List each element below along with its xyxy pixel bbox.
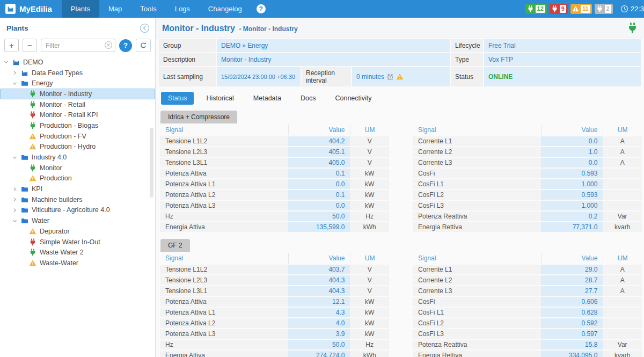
add-plant-button[interactable]: + — [4, 39, 19, 52]
tree-item-simple-water-in-out[interactable]: Simple Water In-Out — [0, 237, 155, 247]
signal-value: 0.0 — [541, 158, 603, 167]
signal-value: 405.1 — [288, 147, 350, 157]
column-header-um[interactable]: UM — [603, 125, 642, 135]
column-header-value[interactable]: Value — [288, 253, 350, 264]
nav-item-tools[interactable]: Tools — [131, 0, 165, 18]
filter-help-button[interactable]: ? — [119, 39, 132, 52]
status-badge: ONLINE — [484, 67, 641, 86]
column-header-value[interactable]: Value — [288, 125, 350, 135]
column-header-um[interactable]: UM — [350, 253, 389, 264]
tab-connectivity[interactable]: Connectivity — [328, 92, 378, 105]
tree-item-depurator[interactable]: Depurator — [0, 226, 155, 237]
tree-item-waste-water-2[interactable]: Waste Water 2 — [0, 247, 155, 258]
chevron-down-icon[interactable] — [12, 155, 18, 161]
signal-name: CosFi L3 — [413, 329, 541, 339]
sidebar-collapse-button[interactable] — [140, 23, 150, 33]
brand-name: MyEdilia — [19, 4, 52, 13]
remove-plant-button[interactable]: − — [23, 39, 37, 52]
group-value[interactable]: DEMO » Energy — [217, 39, 450, 52]
section-tables: SignalValueUMTensione L1L2403.7VTensione… — [160, 252, 642, 357]
tree-item-label: Industry 4.0 — [32, 154, 67, 161]
signal-value: 0.0 — [288, 179, 350, 189]
column-header-signal[interactable]: Signal — [160, 253, 288, 264]
refresh-button[interactable] — [136, 39, 151, 52]
inactive-plants-badge[interactable]: 2 — [595, 4, 613, 14]
tree-item-monitor[interactable]: Monitor — [0, 163, 155, 173]
tree-item-production-hydro[interactable]: Production - Hydro — [0, 142, 155, 152]
signal-unit: A — [603, 136, 642, 146]
table-row: Energia Attiva135,599.0kWh — [160, 222, 389, 232]
tree-item-monitor-industry[interactable]: Monitor - Industry — [0, 89, 155, 99]
sidebar-toolbar: + − ? — [0, 35, 155, 55]
tree-item-energy[interactable]: Energy — [0, 78, 155, 89]
section-tab-idrica-compressore[interactable]: Idrica + Compressore — [160, 111, 237, 123]
chevron-right-icon[interactable] — [12, 70, 18, 76]
nav-item-plants[interactable]: Plants — [62, 0, 99, 18]
tree-item-monitor-retail-kpi[interactable]: Monitor - Retail KPI — [0, 110, 155, 120]
signal-unit — [603, 318, 642, 328]
plug-red-icon — [29, 111, 36, 119]
reception-interval-value: 0 minutes — [352, 67, 450, 86]
nav-item-changelog[interactable]: Changelog — [199, 0, 251, 18]
chevron-right-icon[interactable] — [12, 186, 18, 192]
tree-item-production-fv[interactable]: Production - FV — [0, 131, 155, 142]
group-label: Group — [159, 39, 216, 52]
tree-item-viticulture-agricolture-4-0[interactable]: Viticulture - Agricolture 4.0 — [0, 205, 155, 216]
signal-value: 0.0 — [288, 201, 350, 210]
plug-green-icon — [29, 101, 36, 108]
tab-historical[interactable]: Historical — [199, 92, 240, 105]
column-header-um[interactable]: UM — [350, 125, 389, 135]
tree-item-kpi[interactable]: KPI — [0, 184, 155, 194]
brand[interactable]: MyEdilia — [0, 4, 62, 14]
tab-metadata[interactable]: Metadata — [246, 92, 288, 105]
signal-value: 4.0 — [288, 318, 350, 328]
chevron-down-icon[interactable] — [12, 81, 18, 86]
tree-item-machine-builders[interactable]: Machine builders — [0, 194, 155, 205]
tree-item-label: DEMO — [23, 59, 43, 66]
signal-value: 50.0 — [288, 340, 350, 349]
tree-item-waste-water[interactable]: Waste-Water — [0, 258, 155, 268]
signal-value: 0.597 — [541, 329, 603, 339]
nav-item-logs[interactable]: Logs — [166, 0, 199, 18]
tree-item-label: Production - FV — [40, 133, 86, 140]
warning-plants-badge[interactable]: 11 — [570, 4, 592, 14]
tree-item-production[interactable]: Production — [0, 173, 155, 184]
tab-status[interactable]: Status — [161, 92, 194, 105]
error-plants-badge[interactable]: 9 — [550, 4, 568, 14]
tree-item-demo[interactable]: DEMO — [0, 57, 155, 68]
help-button[interactable]: ? — [257, 4, 266, 13]
tree-item-label: Viticulture - Agricolture 4.0 — [32, 206, 110, 214]
tree-item-industry-4-0[interactable]: Industry 4.0 — [0, 152, 155, 163]
tree-item-label: Monitor - Retail KPI — [40, 111, 98, 119]
online-plants-badge[interactable]: 12 — [525, 4, 547, 14]
column-header-signal[interactable]: Signal — [413, 253, 541, 264]
signal-unit: kW — [350, 169, 389, 178]
tab-docs[interactable]: Docs — [294, 92, 323, 105]
signal-name: Corrente L3 — [413, 286, 541, 296]
chevron-down-icon[interactable] — [12, 218, 18, 224]
tree-item-monitor-retail[interactable]: Monitor - Retail — [0, 99, 155, 110]
column-header-um[interactable]: UM — [603, 253, 642, 264]
signal-unit: Var — [603, 340, 642, 349]
plant-status-badges: 129112 — [525, 4, 613, 14]
clear-filter-icon[interactable] — [104, 41, 113, 49]
filter-box — [41, 39, 115, 52]
chevron-right-icon[interactable] — [12, 196, 18, 202]
column-header-value[interactable]: Value — [541, 125, 603, 135]
chevron-right-icon[interactable] — [12, 207, 18, 213]
tree-item-production-biogas[interactable]: Production - Biogas — [0, 120, 155, 131]
chevron-down-icon[interactable] — [3, 59, 9, 65]
badge-count: 12 — [536, 5, 545, 13]
column-header-value[interactable]: Value — [541, 253, 603, 264]
signal-value: 28.7 — [541, 275, 603, 285]
plant-header: Monitor - Industry - Monitor - Industry — [156, 18, 644, 38]
tree-item-data-feed-types[interactable]: Data Feed Types — [0, 68, 155, 78]
table-row: Potenza Attiva12.1kW — [160, 297, 389, 307]
nav-item-map[interactable]: Map — [99, 0, 131, 18]
section-tab-gf-2[interactable]: GF 2 — [160, 239, 190, 252]
signal-name: Corrente L2 — [413, 147, 541, 157]
column-header-signal[interactable]: Signal — [160, 125, 288, 135]
sidebar-scrollbar[interactable] — [150, 128, 153, 198]
tree-item-water[interactable]: Water — [0, 215, 155, 226]
column-header-signal[interactable]: Signal — [413, 125, 541, 135]
